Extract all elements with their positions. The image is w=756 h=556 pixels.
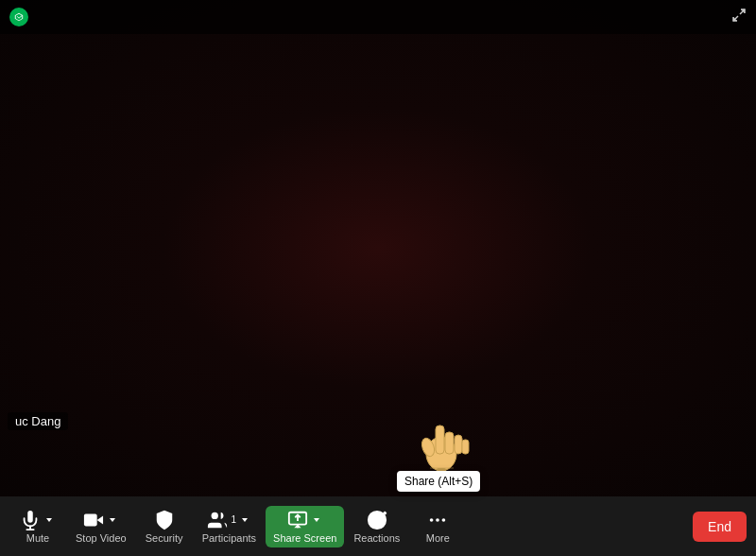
security-button[interactable]: Security	[136, 506, 193, 547]
participant-name: uc Dang	[15, 414, 60, 428]
mute-icon-area	[20, 510, 56, 530]
svg-point-16	[369, 511, 386, 528]
share-icon	[287, 510, 308, 530]
svg-rect-5	[445, 432, 454, 454]
participants-button[interactable]: 1 Participants	[193, 506, 266, 547]
shield-icon	[154, 510, 175, 530]
svg-rect-4	[436, 426, 444, 454]
svg-rect-7	[462, 440, 469, 454]
video-area: uc Dang	[0, 0, 756, 496]
svg-point-13	[211, 512, 217, 518]
share-screen-label: Share Screen	[273, 532, 336, 544]
toolbar-left: Mute Stop Video Sec	[9, 506, 683, 547]
mute-label: Mute	[26, 532, 49, 544]
tooltip-text: Share (Alt+S)	[404, 475, 472, 488]
more-button[interactable]: More	[409, 506, 466, 547]
people-icon	[207, 510, 228, 530]
svg-point-22	[436, 518, 439, 522]
svg-point-3	[420, 437, 437, 459]
video-chevron[interactable]	[106, 513, 119, 527]
participants-chevron[interactable]	[238, 513, 251, 527]
participants-count: 1	[232, 514, 237, 525]
expand-button[interactable]	[731, 8, 747, 26]
share-chevron[interactable]	[310, 513, 323, 527]
security-label: Security	[146, 532, 183, 544]
participants-icon-area: 1	[207, 510, 252, 530]
mute-chevron[interactable]	[43, 513, 56, 527]
toolbar-right: End	[683, 512, 747, 542]
mute-button[interactable]: Mute	[9, 506, 66, 547]
reactions-button[interactable]: Reactions	[344, 506, 409, 547]
stop-video-button[interactable]: Stop Video	[66, 506, 136, 547]
end-button[interactable]: End	[693, 512, 747, 542]
mic-icon	[20, 510, 41, 530]
reactions-label: Reactions	[353, 532, 400, 544]
share-screen-icon-area	[287, 510, 323, 530]
svg-point-21	[430, 518, 434, 522]
top-bar	[0, 0, 756, 34]
svg-rect-6	[455, 435, 462, 454]
stop-video-label: Stop Video	[76, 532, 127, 544]
camera-icon	[83, 510, 104, 530]
participants-label: Participants	[202, 532, 256, 544]
svg-rect-12	[84, 513, 97, 526]
more-label: More	[426, 532, 450, 544]
emoji-icon	[367, 510, 387, 530]
reactions-icon-area	[367, 510, 387, 530]
svg-point-23	[442, 518, 446, 522]
zoom-logo	[9, 8, 28, 26]
security-icon-area	[154, 510, 175, 530]
svg-point-2	[426, 437, 456, 471]
participant-label: uc Dang	[8, 412, 68, 430]
toolbar: Mute Stop Video Sec	[0, 496, 756, 556]
more-icon-area	[427, 510, 448, 530]
share-screen-button[interactable]: Share Screen	[266, 506, 344, 547]
stop-video-icon-area	[83, 510, 119, 530]
share-tooltip: Share (Alt+S)	[397, 471, 480, 492]
more-icon	[427, 510, 448, 530]
